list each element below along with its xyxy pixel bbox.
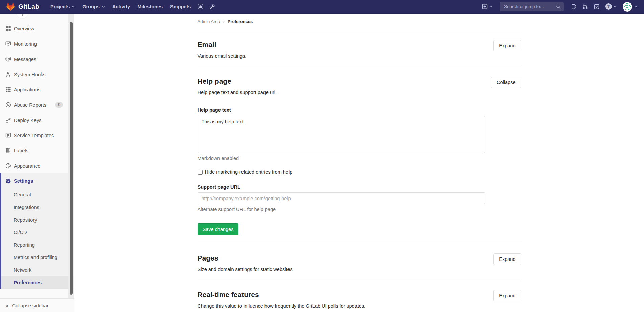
abuse-reports-icon [5, 102, 11, 108]
realtime-expand-button[interactable]: Expand [493, 290, 521, 301]
collapse-sidebar-button[interactable]: « Collapse sidebar [0, 298, 74, 312]
appearance-icon [5, 163, 11, 169]
global-search [500, 2, 564, 11]
help-menu[interactable]: ? [602, 0, 620, 14]
pages-expand-button[interactable]: Expand [493, 253, 521, 265]
section-help-title: Help page [198, 77, 491, 85]
top-navbar: GitLab Projects Groups Activity Mileston… [0, 0, 644, 14]
email-expand-button[interactable]: Expand [493, 40, 521, 51]
section-email: Email Various email settings. Expand [198, 30, 521, 67]
collapse-chevrons-icon: « [5, 303, 8, 308]
section-realtime-description: Change this value to influence how frequ… [198, 303, 494, 309]
nav-activity[interactable]: Activity [109, 0, 134, 14]
sidebar-nav: Overview Monitoring Messages System Hook… [0, 14, 74, 289]
labels-icon [5, 148, 11, 153]
analytics-chart-icon[interactable] [194, 0, 206, 14]
breadcrumb-current: Preferences [228, 19, 253, 24]
section-pages: Pages Size and domain settings for stati… [198, 244, 521, 280]
messages-icon [5, 56, 11, 62]
hide-marketing-label[interactable]: Hide marketing-related entries from help [205, 169, 293, 175]
chevron-down-icon [634, 6, 637, 8]
chevron-down-icon [72, 6, 75, 8]
sidebar-item-system-hooks[interactable]: System Hooks [0, 67, 74, 82]
service-templates-icon [5, 132, 11, 138]
sidebar-scrollbar-thumb[interactable] [70, 22, 73, 295]
section-email-title: Email [198, 41, 494, 49]
new-plus-menu[interactable] [479, 0, 496, 14]
breadcrumb-separator-icon: › [223, 19, 225, 24]
gitlab-logo[interactable]: GitLab [6, 2, 39, 11]
system-hooks-icon [5, 71, 11, 77]
section-realtime: Real-time features Change this value to … [198, 280, 521, 312]
admin-sidebar: Overview Monitoring Messages System Hook… [0, 14, 74, 298]
sidebar-item-messages[interactable]: Messages [0, 51, 74, 67]
breadcrumb: Admin Area › Preferences [198, 14, 521, 30]
sidebar-item-cicd[interactable]: CI/CD [1, 226, 74, 238]
user-menu[interactable] [620, 0, 639, 14]
support-url-label: Support page URL [198, 184, 491, 190]
tanuki-icon [6, 2, 15, 11]
sidebar-item-deploy-keys[interactable]: Deploy Keys [0, 112, 74, 128]
nav-projects[interactable]: Projects [47, 0, 78, 14]
support-url-hint: Alternate support URL for help page [198, 207, 491, 212]
abuse-reports-count-badge: 0 [55, 102, 63, 108]
monitoring-icon [5, 41, 11, 47]
sidebar-item-reporting[interactable]: Reporting [1, 238, 74, 251]
merge-requests-icon[interactable] [579, 0, 591, 14]
chevron-down-icon [102, 6, 105, 8]
help-page-text-textarea[interactable]: This is my help text. [198, 116, 485, 153]
user-avatar [623, 2, 632, 12]
settings-gear-icon [5, 178, 11, 184]
help-page-text-label: Help page text [198, 107, 491, 113]
sidebar-item-applications[interactable]: Applications [0, 82, 74, 97]
issues-icon[interactable] [568, 0, 579, 14]
section-pages-title: Pages [198, 254, 494, 262]
markdown-enabled-hint: Markdown enabled [198, 155, 491, 161]
save-changes-button[interactable]: Save changes [198, 223, 239, 235]
main-content: Admin Area › Preferences Email Various e… [74, 14, 644, 312]
sidebar-item-repository[interactable]: Repository [1, 213, 74, 226]
chevron-down-icon [614, 6, 617, 8]
section-email-description: Various email settings. [198, 53, 494, 59]
section-help-page: Help page Help page text and support pag… [198, 67, 521, 244]
sidebar-item-settings[interactable]: Settings [1, 173, 74, 188]
brand-wordmark: GitLab [18, 3, 39, 11]
section-realtime-title: Real-time features [198, 291, 494, 299]
search-input[interactable] [503, 4, 556, 9]
search-icon [556, 4, 561, 9]
hide-marketing-checkbox[interactable] [198, 170, 203, 175]
sidebar-item-overview[interactable]: Overview [0, 21, 74, 36]
breadcrumb-admin-area[interactable]: Admin Area [198, 19, 220, 24]
support-url-input[interactable] [198, 192, 485, 204]
sidebar-item-appearance[interactable]: Appearance [0, 158, 74, 173]
todos-icon[interactable] [591, 0, 602, 14]
sidebar-item-abuse-reports[interactable]: Abuse Reports 0 [0, 97, 74, 112]
overview-icon [5, 26, 11, 32]
nav-snippets[interactable]: Snippets [166, 0, 194, 14]
sidebar-item-monitoring[interactable]: Monitoring [0, 36, 74, 51]
sidebar-item-preferences[interactable]: Preferences [1, 276, 74, 289]
primary-nav: Projects Groups Activity Milestones Snip… [47, 0, 218, 14]
sidebar-item-labels[interactable]: Labels [0, 143, 74, 158]
section-help-description: Help page text and support page url. [198, 90, 491, 95]
sidebar-item-service-templates[interactable]: Service Templates [0, 128, 74, 143]
help-icon: ? [605, 3, 612, 10]
nav-milestones[interactable]: Milestones [134, 0, 166, 14]
admin-wrench-icon[interactable] [206, 0, 218, 14]
sidebar-item-general[interactable]: General [1, 188, 74, 201]
chevron-down-icon [489, 6, 492, 8]
section-pages-description: Size and domain settings for static webs… [198, 267, 494, 272]
settings-section: Settings General Integrations Repository… [0, 173, 74, 289]
sidebar-item-metrics-profiling[interactable]: Metrics and profiling [1, 251, 74, 264]
navbar-right-group: ? [479, 0, 639, 14]
sidebar-item-integrations[interactable]: Integrations [1, 201, 74, 213]
nav-groups[interactable]: Groups [78, 0, 109, 14]
deploy-keys-icon [5, 117, 11, 123]
sidebar-item-network[interactable]: Network [1, 264, 74, 276]
help-collapse-button[interactable]: Collapse [491, 77, 521, 88]
applications-icon [5, 87, 11, 92]
